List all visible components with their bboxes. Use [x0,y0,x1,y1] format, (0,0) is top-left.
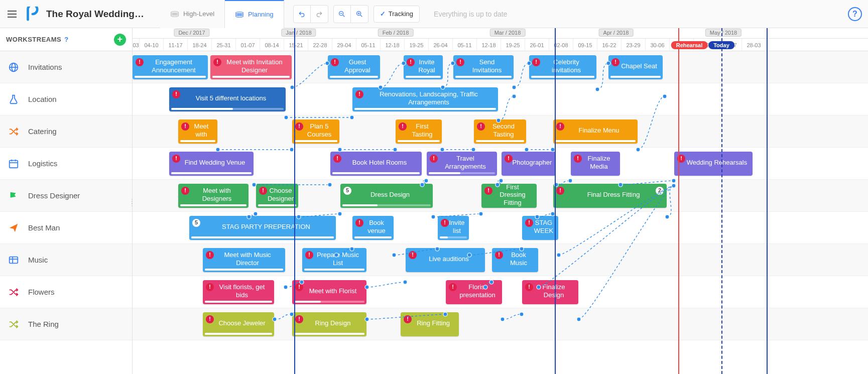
task-card[interactable]: !Travel Arrangements [427,152,497,176]
gantt-chart[interactable]: Dec / 2017Jan / 2018Feb / 2018Mar / 2018… [133,28,868,374]
alert-icon: ! [556,187,564,195]
task-label: Book Music [503,251,534,267]
task-label: Meet with Designers [189,187,244,202]
alert-icon: ! [295,122,303,131]
task-card[interactable]: !Live auditions [406,248,485,272]
alert-icon: ! [206,315,214,323]
task-card[interactable]: !Photographer [502,152,556,176]
redo-button[interactable] [311,6,328,23]
sidebar-item-label: Music [28,256,48,264]
task-label: Choose Jeweler [218,319,265,327]
task-card[interactable]: !2Final Dress Fitting [553,184,667,208]
zoom-in-button[interactable] [351,6,368,23]
month-label: Mar / 2018 [490,29,526,37]
task-label: Meet with Music Director [214,251,281,267]
task-card[interactable]: !Find Wedding Venue [169,152,254,176]
task-card[interactable]: !Wedding Rehearsals [674,152,753,176]
gantt-row: 5STAG PARTY PREPERATION!Book venue!Invit… [133,212,868,244]
task-card[interactable]: !Second Tasting [474,119,526,144]
task-card[interactable]: !Celebrity invitations [529,55,596,79]
task-card[interactable]: !First Dressing Fitting [481,184,537,208]
tab-label: Planning [248,11,274,18]
marker-pill[interactable]: Rehearsal [671,41,708,49]
task-card[interactable]: !Choose Designer [256,184,298,208]
tracking-label: Tracking [389,10,413,18]
sidebar-item-the-ring[interactable]: The Ring [0,308,132,340]
sidebar-item-catering[interactable]: Catering [0,115,132,148]
task-card[interactable]: !Invite list [438,216,469,240]
task-card[interactable]: !Book Music [492,248,538,272]
alert-icon: ! [477,122,485,131]
task-card[interactable]: !Meet with Invitation Designer [210,55,292,79]
week-cell: 12-18 [381,39,405,51]
sidebar-item-music[interactable]: Music [0,244,132,276]
task-card[interactable]: 5Dress Design [340,184,433,208]
count-badge: 2 [656,187,664,195]
task-label: Celebrity invitations [540,58,592,74]
gantt-rows: !Engagement Announcement!Meet with Invit… [133,51,868,340]
task-card[interactable]: !Plan 5 Courses [292,119,339,144]
task-card[interactable]: !Finalize Design [522,280,578,304]
week-cell: 05-11 [453,39,477,51]
task-card[interactable]: !Meet with [178,119,217,144]
sidebar-item-best-man[interactable]: Best Man [0,212,132,244]
sidebar-item-dress-designer[interactable]: Dress Designer [0,180,132,212]
app-logo[interactable] [24,7,39,22]
task-card[interactable]: !Visit 5 different locations [169,87,286,111]
task-card[interactable]: 5STAG PARTY PREPERATION [189,216,336,240]
task-card[interactable]: !Guest Approval [328,55,380,79]
topbar: The Royal Wedding… High-LevelPlanning ✓ … [0,0,868,28]
task-label: Ring Fitting [417,319,450,327]
alert-icon: ! [305,251,313,259]
task-card[interactable]: !Engagement Announcement [133,55,208,79]
progress-bar [294,333,364,335]
gantt-row: !Meet with Music Director!Prepare Music … [133,244,868,276]
week-cell: 19-25 [405,39,429,51]
task-card[interactable]: !STAG WEEK [522,216,558,240]
zoom-out-button[interactable] [334,6,351,23]
add-workstream-button[interactable]: + [114,34,126,46]
task-card[interactable]: !Ring Design [292,312,366,336]
sidebar-item-label: The Ring [28,320,59,328]
task-card[interactable]: !Meet with Florist [292,280,366,304]
week-cell: 03 [133,39,140,51]
marker-pill[interactable]: Today [708,41,734,49]
task-card[interactable]: !Florist presentation [446,280,502,304]
task-card[interactable]: !Send Invitations [453,55,514,79]
tracking-toggle[interactable]: ✓ Tracking [374,6,420,23]
task-label: Book Hotel Rooms [352,159,407,167]
task-card[interactable]: !Choose Jeweler [203,312,274,336]
sidebar-item-invitations[interactable]: Invitations [0,51,132,83]
task-label: Find Wedding Venue [185,159,245,167]
task-card[interactable]: !Visit florists, get bids [203,280,274,304]
month-label: Dec / 2017 [174,29,209,37]
task-card[interactable]: !Ring Fitting [401,312,459,336]
menu-button[interactable] [6,8,18,20]
task-label: Finalize Design [533,283,574,299]
shuffle-icon [8,127,19,136]
shuffle-icon [8,320,19,329]
task-card[interactable]: !Finalize Menu [553,119,638,144]
sidebar-item-location[interactable]: Location [0,83,132,115]
tab-planning[interactable]: Planning [225,0,284,28]
alert-icon: ! [355,219,363,227]
task-card[interactable]: !Meet with Designers [178,184,249,208]
task-card[interactable]: !Book venue [352,216,394,240]
task-card[interactable]: !Renovations, Landscaping, Traffic Arran… [352,87,498,111]
help-button[interactable]: ? [848,7,862,21]
undo-button[interactable] [294,6,311,23]
task-card[interactable]: !Invite Royal [404,55,443,79]
window-icon [8,256,19,265]
task-card[interactable]: !Prepare Music List [302,248,366,272]
help-icon[interactable]: ? [64,36,68,43]
sidebar-item-flowers[interactable]: Flowers [0,276,132,308]
sidebar-item-label: Flowers [28,288,55,296]
task-card[interactable]: !Chapel Seat [608,55,663,79]
tab-high-level[interactable]: High-Level [160,0,225,28]
task-card[interactable]: !Book Hotel Rooms [330,152,422,176]
task-card[interactable]: !Meet with Music Director [203,248,285,272]
task-card[interactable]: !First Tasting [396,119,442,144]
project-title[interactable]: The Royal Wedding… [46,9,144,20]
sidebar-item-logistics[interactable]: Logistics [0,148,132,180]
task-card[interactable]: !Finalize Media [571,152,620,176]
